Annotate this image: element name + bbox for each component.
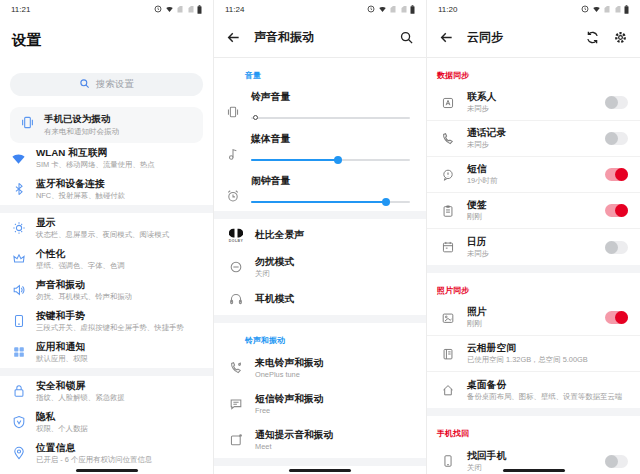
sms-ringtone-row[interactable]: 短信铃声和振动Free bbox=[214, 386, 426, 422]
photos-sync-row[interactable]: 照片刚刚 bbox=[427, 300, 640, 336]
slider-handle[interactable] bbox=[382, 198, 390, 206]
alarm-volume-row: 闹钟音量 bbox=[214, 169, 426, 211]
call-log-icon bbox=[439, 132, 457, 146]
back-arrow-icon[interactable] bbox=[226, 30, 241, 45]
home-indicator[interactable] bbox=[76, 469, 138, 472]
status-bar: 11:21 bbox=[0, 0, 213, 18]
vibrate-icon bbox=[226, 89, 251, 127]
dolby-atmos-row[interactable]: DOLBY 杜比全景声 bbox=[214, 219, 426, 251]
status-bar: 11:24 bbox=[214, 0, 426, 18]
sms-sync-toggle[interactable] bbox=[605, 168, 628, 181]
clock-icon bbox=[367, 5, 375, 13]
group-divider bbox=[427, 265, 640, 273]
sidebar-item-display[interactable]: 显示状态栏、息屏显示、夜间模式、阅读模式 bbox=[0, 213, 213, 244]
message-icon bbox=[439, 168, 457, 182]
sidebar-item-security[interactable]: 安全和锁屏指纹、人脸解锁、紧急救援 bbox=[0, 376, 213, 407]
sim-icon bbox=[187, 5, 195, 13]
app-bar: 云同步 bbox=[427, 18, 640, 58]
wifi-icon bbox=[592, 5, 601, 13]
media-volume-row: 媒体音量 bbox=[214, 127, 426, 169]
search-icon bbox=[79, 78, 90, 91]
status-bar: 11:20 bbox=[427, 0, 640, 18]
music-note-icon bbox=[226, 131, 251, 169]
dnd-row[interactable]: 勿扰模式关闭 bbox=[214, 251, 426, 283]
crown-icon bbox=[10, 252, 27, 266]
notes-sync-row[interactable]: 便签刚刚 bbox=[427, 193, 640, 229]
media-volume-slider[interactable] bbox=[251, 159, 410, 161]
sidebar-item-wlan[interactable]: WLAN 和互联网SIM 卡、移动网络、流量使用、热点 bbox=[0, 143, 213, 174]
shield-icon bbox=[10, 415, 27, 429]
ring-volume-slider[interactable] bbox=[251, 117, 410, 119]
lock-icon bbox=[10, 384, 27, 398]
slider-label: 媒体音量 bbox=[251, 133, 414, 145]
call-log-sync-toggle[interactable] bbox=[605, 132, 628, 145]
clock-icon bbox=[154, 5, 162, 13]
headphone-mode-row[interactable]: 耳机模式 bbox=[214, 283, 426, 315]
contacts-sync-toggle[interactable] bbox=[605, 96, 628, 109]
banner-subtitle: 有来电和通知时会振动 bbox=[44, 127, 193, 137]
page-title: 设置 bbox=[0, 18, 213, 50]
dnd-icon bbox=[226, 260, 246, 274]
sim-icon bbox=[603, 5, 611, 13]
notification-sound-row[interactable]: 通知提示音和振动Meet bbox=[214, 422, 426, 458]
sidebar-item-personalization[interactable]: 个性化壁纸、强调色、字体、色调 bbox=[0, 244, 213, 275]
desktop-backup-row[interactable]: 桌面备份备份桌面布局、图标、壁纸、设置等数据至云端 bbox=[427, 372, 640, 408]
sidebar-item-buttons-gestures[interactable]: 按键和手势三段式开关、虚拟按键和全屏手势、快捷手势 bbox=[0, 306, 213, 337]
search-input[interactable]: 搜索设置 bbox=[10, 73, 203, 96]
group-divider bbox=[0, 205, 213, 213]
group-divider bbox=[427, 408, 640, 416]
search-icon[interactable] bbox=[399, 30, 414, 45]
sidebar-item-bluetooth[interactable]: 蓝牙和设备连接NFC、投射屏幕、触碰付款 bbox=[0, 174, 213, 205]
search-placeholder: 搜索设置 bbox=[96, 78, 134, 91]
alarm-volume-slider[interactable] bbox=[251, 201, 410, 203]
phone-ringtone-icon bbox=[226, 361, 246, 375]
wifi-icon bbox=[378, 5, 387, 13]
gear-icon[interactable] bbox=[613, 30, 628, 45]
display-icon bbox=[10, 221, 27, 235]
call-log-sync-row[interactable]: 通话记录未同步 bbox=[427, 121, 640, 157]
vibrate-icon bbox=[20, 115, 35, 134]
calendar-sync-toggle[interactable] bbox=[605, 241, 628, 254]
notes-sync-toggle[interactable] bbox=[605, 204, 628, 217]
sidebar-item-apps-notifications[interactable]: 应用和通知默认应用、权限 bbox=[0, 337, 213, 368]
slider-handle[interactable] bbox=[253, 115, 258, 120]
screenshot-canvas: 11:21 设置 搜索设置 手机已设为振动 有来电和通知时会振动 WLAN 和互… bbox=[0, 0, 640, 474]
find-phone-toggle[interactable] bbox=[605, 455, 628, 468]
photos-sync-toggle[interactable] bbox=[605, 311, 628, 324]
section-header-volume: 音量 bbox=[214, 58, 426, 85]
calendar-sync-row[interactable]: 日历未同步 bbox=[427, 229, 640, 265]
status-icons bbox=[581, 5, 629, 14]
slider-label: 闹钟音量 bbox=[251, 175, 414, 187]
slider-handle[interactable] bbox=[334, 156, 342, 164]
photo-icon bbox=[439, 311, 457, 325]
home-indicator[interactable] bbox=[289, 469, 351, 472]
sidebar-item-sound[interactable]: 声音和振动勿扰、耳机模式、铃声和振动 bbox=[0, 275, 213, 306]
apps-grid-icon bbox=[10, 345, 27, 359]
sms-bubble-icon bbox=[226, 397, 246, 411]
sidebar-item-location[interactable]: 位置信息已开启 - 6 个应用有权访问位置信息 bbox=[0, 438, 213, 469]
contact-card-icon bbox=[439, 96, 457, 110]
notification-square-icon bbox=[226, 433, 246, 447]
buttons-gestures-icon bbox=[10, 314, 27, 328]
section-header-photo-sync: 照片同步 bbox=[427, 273, 640, 300]
battery-icon bbox=[197, 5, 202, 14]
group-divider bbox=[214, 458, 426, 466]
sms-sync-row[interactable]: 短信19小时前 bbox=[427, 157, 640, 193]
sync-icon[interactable] bbox=[585, 30, 600, 45]
ring-volume-row: 铃声音量 bbox=[214, 85, 426, 127]
call-ringtone-row[interactable]: 来电铃声和振动OnePlus tune bbox=[214, 350, 426, 386]
wifi-icon bbox=[10, 151, 27, 166]
back-arrow-icon[interactable] bbox=[439, 30, 454, 45]
vibrate-banner[interactable]: 手机已设为振动 有来电和通知时会振动 bbox=[10, 107, 203, 143]
contacts-sync-row[interactable]: 联系人未同步 bbox=[427, 85, 640, 121]
battery-icon bbox=[410, 5, 415, 14]
status-time: 11:24 bbox=[225, 5, 244, 14]
cloud-album-space-row[interactable]: 云相册空间已使用空间 1.32GB，总空间 5.00GB bbox=[427, 336, 640, 372]
home-indicator[interactable] bbox=[503, 469, 565, 472]
sidebar-item-privacy[interactable]: 隐私权限、个人数据 bbox=[0, 407, 213, 438]
group-divider bbox=[214, 211, 426, 219]
page-title: 声音和振动 bbox=[254, 29, 386, 46]
clock-icon bbox=[581, 5, 589, 13]
phone-icon bbox=[439, 454, 457, 468]
panel-cloud-sync: 11:20 云同步 数据同步 联系人未同步 通话记录未同步 bbox=[427, 0, 640, 474]
